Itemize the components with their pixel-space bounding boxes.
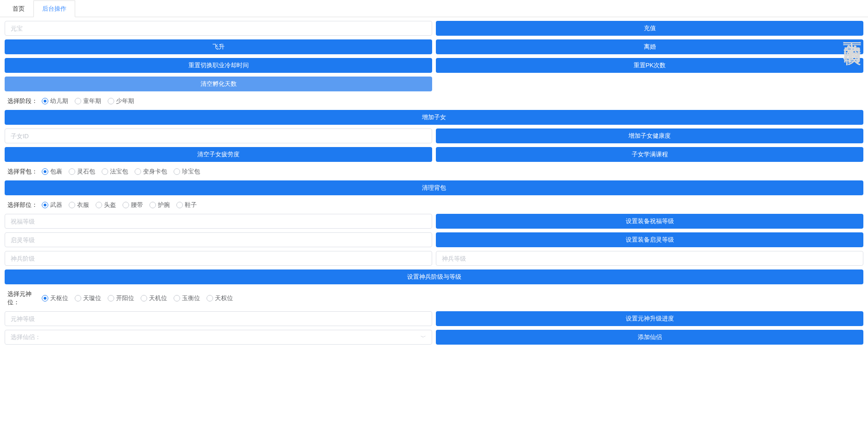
yuanshen-radio-5[interactable]: 天权位 [207,294,233,302]
bag-label: 选择背包： [5,167,42,176]
radio-text: 鞋子 [185,201,197,209]
radio-icon [149,202,156,208]
radio-icon [141,295,147,301]
part-radio-0[interactable]: 武器 [42,201,62,209]
radio-text: 玉衡位 [182,294,200,302]
reset-pk-button[interactable]: 重置PK次数 [436,58,863,73]
part-radio-4[interactable]: 护腕 [149,201,170,209]
set-yuanshen-button[interactable]: 设置元神升级进度 [436,311,863,326]
yuanshen-radio-2[interactable]: 开阳位 [108,294,134,302]
radio-text: 童年期 [83,97,101,105]
yuanbao-input[interactable] [5,21,432,36]
stage-radio-1[interactable]: 童年期 [75,97,101,105]
radio-text: 护腕 [158,201,170,209]
yuanshen-radio-row: 选择元神位： 天枢位天璇位开阳位天机位玉衡位天权位 [5,288,863,308]
divorce-button[interactable]: 离婚 [436,39,863,54]
radio-text: 法宝包 [110,167,128,176]
stage-radio-2[interactable]: 少年期 [108,97,134,105]
bag-radio-row: 选择背包： 包裹灵石包法宝包变身卡包珍宝包 [5,166,863,178]
radio-text: 衣服 [77,201,89,209]
radio-icon [176,202,183,208]
stage-radio-0[interactable]: 幼儿期 [42,97,68,105]
radio-icon [75,295,81,301]
radio-icon [96,202,102,208]
clear-hatch-days-button[interactable]: 清空孵化天数 [5,77,432,91]
yuanshen-level-input[interactable] [5,311,432,326]
radio-icon [69,202,75,208]
radio-text: 幼儿期 [50,97,68,105]
set-equip-qiling-button[interactable]: 设置装备启灵等级 [436,232,863,247]
bless-level-input[interactable] [5,214,432,229]
reset-job-cooldown-button[interactable]: 重置切换职业冷却时间 [5,58,432,73]
clear-child-fatigue-button[interactable]: 清空子女疲劳度 [5,147,432,162]
part-label: 选择部位： [5,201,42,209]
tab-home[interactable]: 首页 [4,0,33,17]
yuanshen-radio-4[interactable]: 玉衡位 [174,294,200,302]
child-full-course-button[interactable]: 子女学满课程 [436,147,863,162]
tab-bar: 首页 后台操作 [0,0,868,17]
radio-text: 天璇位 [83,294,101,302]
radio-icon [108,295,114,301]
radio-icon [42,202,48,208]
set-equip-bless-button[interactable]: 设置装备祝福等级 [436,214,863,229]
set-shenbing-button[interactable]: 设置神兵阶级与等级 [5,269,863,284]
bag-radio-1[interactable]: 灵石包 [69,167,95,176]
radio-text: 武器 [50,201,62,209]
radio-icon [69,168,75,175]
bag-radio-2[interactable]: 法宝包 [102,167,128,176]
ascend-button[interactable]: 飞升 [5,39,432,54]
radio-icon [102,168,108,175]
add-child-button[interactable]: 增加子女 [5,110,863,125]
radio-icon [174,168,180,175]
stage-radio-row: 选择阶段： 幼儿期童年期少年期 [5,95,863,107]
yuanshen-radio-3[interactable]: 天机位 [141,294,167,302]
radio-icon [42,168,48,175]
radio-icon [42,98,48,104]
add-child-health-button[interactable]: 增加子女健康度 [436,128,863,143]
part-radio-3[interactable]: 腰带 [123,201,143,209]
yuanshen-label: 选择元神位： [5,290,42,307]
chevron-down-icon: ﹀ [421,333,426,341]
radio-icon [135,168,141,175]
stage-label: 选择阶段： [5,97,42,105]
bag-radio-3[interactable]: 变身卡包 [135,167,167,176]
radio-text: 开阳位 [116,294,134,302]
radio-icon [174,295,180,301]
clear-bag-button[interactable]: 清理背包 [5,180,863,195]
radio-text: 包裹 [50,167,62,176]
xianlv-select-text: 选择仙侣： [11,333,41,341]
radio-text: 少年期 [116,97,134,105]
yuanshen-radio-1[interactable]: 天璇位 [75,294,101,302]
child-id-input[interactable] [5,128,432,143]
part-radio-1[interactable]: 衣服 [69,201,89,209]
part-radio-2[interactable]: 头盔 [96,201,116,209]
radio-text: 腰带 [131,201,143,209]
radio-text: 头盔 [104,201,116,209]
radio-icon [42,295,48,301]
part-radio-row: 选择部位： 武器衣服头盔腰带护腕鞋子 [5,199,863,211]
radio-text: 天机位 [149,294,167,302]
part-radio-5[interactable]: 鞋子 [176,201,197,209]
radio-icon [207,295,213,301]
radio-text: 珍宝包 [182,167,200,176]
radio-text: 变身卡包 [143,167,167,176]
radio-icon [75,98,81,104]
radio-text: 天枢位 [50,294,68,302]
shenbing-stage-input[interactable] [5,251,432,266]
recharge-button[interactable]: 充值 [436,21,863,36]
shenbing-level-input[interactable] [436,251,863,266]
main-panel: 充值 飞升 离婚 重置切换职业冷却时间 重置PK次数 清空孵化天数 选择阶段： … [0,17,868,352]
radio-text: 灵石包 [77,167,95,176]
qiling-level-input[interactable] [5,232,432,247]
bag-radio-0[interactable]: 包裹 [42,167,62,176]
radio-text: 天权位 [215,294,233,302]
xianlv-select[interactable]: 选择仙侣： ﹀ [5,330,432,345]
bag-radio-4[interactable]: 珍宝包 [174,167,200,176]
add-xianlv-button[interactable]: 添加仙侣 [436,330,863,345]
yuanshen-radio-0[interactable]: 天枢位 [42,294,68,302]
tab-backend[interactable]: 后台操作 [33,0,75,17]
radio-icon [108,98,114,104]
radio-icon [123,202,129,208]
